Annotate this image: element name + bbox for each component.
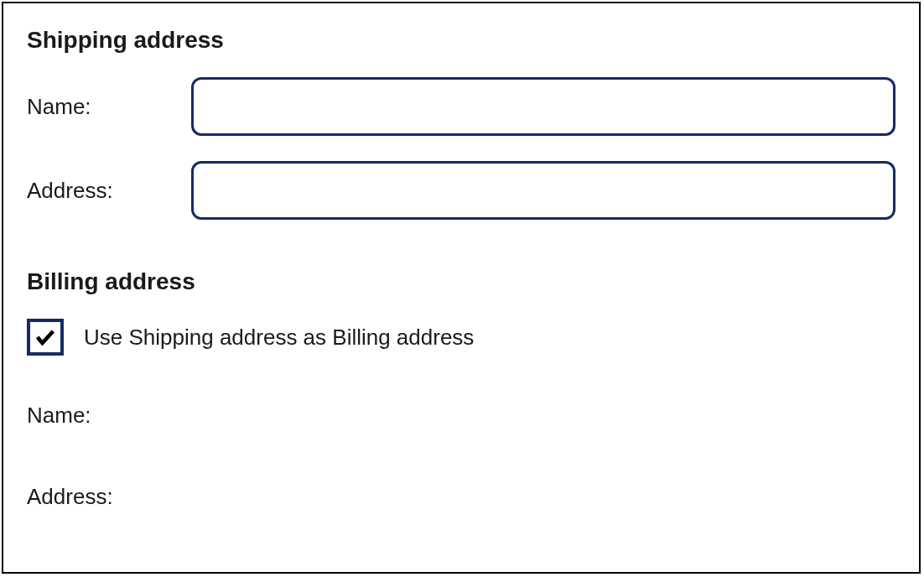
billing-address-label: Address:: [27, 484, 113, 509]
shipping-address-row: Address:: [27, 161, 895, 220]
use-shipping-checkbox-label: Use Shipping address as Billing address: [84, 325, 474, 351]
shipping-name-input[interactable]: [191, 77, 895, 136]
billing-section: Billing address Use Shipping address as …: [27, 268, 895, 510]
shipping-name-label: Name:: [27, 94, 191, 120]
use-shipping-checkbox[interactable]: [27, 319, 64, 356]
check-icon: [34, 325, 57, 349]
billing-name-label: Name:: [27, 403, 91, 428]
billing-name-row: Name:: [27, 403, 895, 429]
shipping-address-input[interactable]: [191, 161, 895, 220]
address-form: Shipping address Name: Address: Billing …: [2, 2, 921, 574]
shipping-address-label: Address:: [27, 178, 191, 204]
use-shipping-checkbox-row: Use Shipping address as Billing address: [27, 319, 895, 356]
shipping-heading: Shipping address: [27, 27, 895, 54]
billing-heading: Billing address: [27, 268, 895, 295]
shipping-name-row: Name:: [27, 77, 895, 136]
billing-address-row: Address:: [27, 484, 895, 510]
